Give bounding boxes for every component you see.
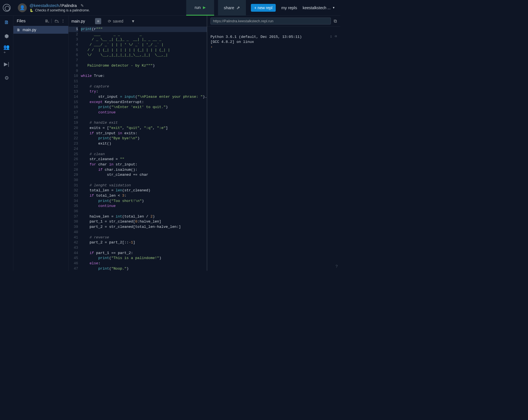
saved-label: saved [113,19,123,23]
file-icon: 🗎 [17,28,20,32]
term-line2: [GCC 4.8.2] on linux [210,40,254,44]
files-icon[interactable]: 🗎 [3,19,10,26]
share-label: share [224,5,234,10]
user-menu[interactable]: keestalkstech ... ▼ [303,6,335,10]
term-prompt: › [210,45,213,49]
project-subtitle: Checks if something is a palindrome. [35,8,90,12]
file-name: main.py [23,28,36,32]
url-input[interactable] [210,18,331,25]
my-repls-link[interactable]: my repls [281,5,297,10]
side-rail: 🗎 ⬢ 👥⁺ ▶| ⚙ [0,16,13,271]
run-button[interactable]: run ▶ [186,0,214,16]
new-repl-label: new repl [258,6,272,10]
new-folder-icon[interactable]: 🗀+ [54,19,58,23]
new-file-icon[interactable]: 🗎+ [45,19,49,23]
format-icon[interactable]: ≡ [95,18,101,24]
refresh-icon[interactable]: ⟳ [108,19,111,23]
open-external-icon[interactable]: ⧉ [334,19,337,24]
play-icon: ▶ [203,5,206,9]
top-header: 👤 @keestalkstech / Palindra ✎ 🐍 Checks i… [0,0,340,16]
tab-main[interactable]: main.py [71,19,85,23]
plus-icon: + [254,6,256,10]
file-item-main[interactable]: 🗎 main.py [13,26,68,34]
terminal[interactable]: Python 3.6.1 (default, Dec 2015, 13:05:1… [207,27,340,271]
term-clear-icon[interactable]: ⌫ [335,34,337,39]
code-editor[interactable]: 1234567891011121314151617181920212223242… [69,27,207,271]
share-button[interactable]: share ⇗ [218,0,246,16]
chevron-down-icon[interactable]: ▼ [131,19,135,23]
output-panel: ⧉ Python 3.6.1 (default, Dec 2015, 13:05… [207,16,340,271]
more-icon[interactable]: ⋮ [61,19,65,23]
editor-panel: main.py ≡ ⟳ saved ▼ 12345678910111213141… [69,16,207,271]
code-lines[interactable]: print(r""" ___ _ _ _ / _ \__ _| (_)_ _ _… [81,27,207,271]
avatar[interactable]: 👤 [18,3,27,12]
run-label: run [195,5,201,10]
share-icon: ⇗ [236,5,240,10]
logo-area[interactable] [0,4,13,12]
line-gutter: 1234567891011121314151617181920212223242… [69,27,81,271]
breadcrumb-project[interactable]: Palindra [61,3,77,8]
logo-icon [3,4,11,12]
username-label: keestalkstech ... [303,6,331,10]
breadcrumb-user[interactable]: @keestalkstech [30,3,59,8]
help-icon[interactable]: ? [336,264,338,269]
new-repl-button[interactable]: + new repl [251,4,276,12]
term-import-icon[interactable]: ↧ [330,34,332,39]
breadcrumb-sep: / [60,3,61,8]
term-line1: Python 3.6.1 (default, Dec 2015, 13:05:1… [210,35,302,39]
files-panel: Files 🗎+ 🗀+ ⋮ 🗎 main.py [13,16,69,271]
package-icon[interactable]: ⬢ [3,33,10,40]
settings-icon[interactable]: ⚙ [3,75,10,81]
python-icon: 🐍 [30,8,33,12]
divider [51,19,52,23]
edit-icon[interactable]: ✎ [81,3,84,8]
files-title: Files [17,18,42,23]
breadcrumb: @keestalkstech / Palindra ✎ 🐍 Checks if … [30,3,90,12]
multiplayer-icon[interactable]: 👥⁺ [3,47,10,53]
chevron-down-icon: ▼ [332,6,335,9]
debugger-icon[interactable]: ▶| [3,61,10,67]
editor-tabs: main.py ≡ ⟳ saved ▼ [69,16,207,27]
